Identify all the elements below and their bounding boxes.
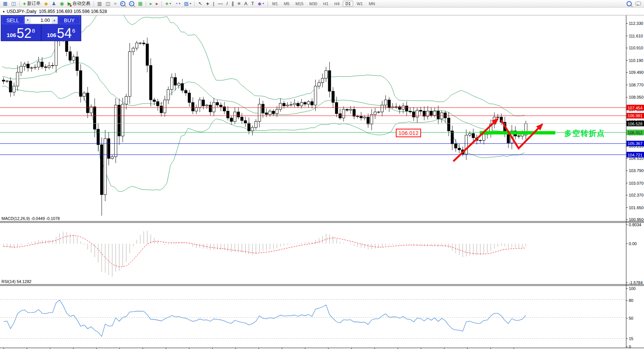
rsi-label: RSI(14) 54.1282 — [1, 279, 32, 284]
candle-body — [370, 115, 373, 124]
rsi-axis-tick: 15 — [629, 336, 633, 341]
macd-axis-tick: 0.8034 — [629, 223, 641, 227]
candle-body — [444, 113, 447, 118]
timeframe-h1[interactable]: H1 — [321, 1, 331, 7]
toolbar-separator — [146, 1, 146, 6]
buy-price-prefix: 106 — [47, 32, 56, 38]
y-axis-tick: 101.650 — [629, 205, 644, 210]
candle-body — [265, 113, 268, 115]
timeframe-m15[interactable]: M15 — [293, 1, 306, 7]
candle-body — [398, 107, 401, 109]
indicators-button[interactable]: +▾ — [164, 0, 172, 7]
candle-body — [451, 131, 454, 144]
price-annotation-box[interactable]: 106.012 — [396, 129, 421, 137]
buy-price-main: 54 — [57, 27, 72, 40]
candle-body — [55, 40, 58, 65]
candle-body — [220, 105, 222, 107]
text-icon[interactable]: A — [243, 0, 249, 7]
candle-body — [97, 129, 99, 145]
collapse-icon[interactable]: ▲ — [2, 10, 5, 13]
candle-body — [157, 102, 159, 106]
chart-shift-icon[interactable]: ▸ — [154, 0, 160, 7]
buy-button[interactable]: BUY — [59, 16, 80, 24]
templates-button[interactable]: ▨▾ — [183, 0, 193, 7]
volume-increase-button[interactable]: ▲ — [52, 17, 58, 24]
candle-body — [139, 43, 142, 43]
sell-price[interactable]: 106 52 8 — [1, 25, 42, 41]
candle-body — [213, 102, 215, 112]
trendline-icon[interactable]: / — [225, 0, 229, 7]
timeframe-m30[interactable]: M30 — [307, 1, 320, 7]
cursor-icon[interactable]: ↖ — [197, 0, 204, 7]
candle-body — [241, 117, 243, 121]
timeframe-w1[interactable]: W1 — [354, 1, 365, 7]
crosshair-icon[interactable]: + — [204, 0, 211, 7]
sell-button[interactable]: SELL — [2, 16, 24, 24]
candle-body — [178, 83, 180, 85]
candle-body — [363, 117, 366, 118]
candle-body — [349, 109, 352, 110]
text-label-icon[interactable]: T — [250, 0, 256, 7]
candle-body — [20, 66, 22, 72]
channel-icon[interactable]: ∥ — [230, 0, 236, 7]
trend-arrow[interactable] — [453, 119, 498, 161]
candle-body — [2, 80, 5, 81]
y-axis-tick: 111.610 — [629, 34, 643, 38]
candle-body — [342, 109, 345, 118]
timeframe-h4[interactable]: H4 — [332, 1, 342, 7]
timeframe-m5[interactable]: M5 — [281, 1, 292, 7]
toolbar-separator — [19, 1, 20, 6]
candle-body — [430, 111, 433, 116]
new-order-button[interactable]: +新订单 — [22, 0, 42, 7]
candle-body — [293, 103, 296, 105]
timeframe-mn[interactable]: MN — [366, 1, 378, 7]
arrows-tool-button[interactable]: ◆▾ — [256, 0, 266, 7]
vertical-line-icon[interactable]: | — [211, 0, 216, 7]
auto-scroll-icon[interactable]: ▸ — [148, 0, 154, 7]
tile-windows-icon[interactable]: ▦ — [137, 0, 144, 7]
candle-body — [167, 89, 170, 100]
timeframe-d1[interactable]: D1 — [343, 1, 353, 7]
candle-body — [72, 57, 75, 60]
buy-price[interactable]: 106 54 6 — [42, 25, 81, 41]
candle-body — [254, 121, 257, 127]
data-window-icon[interactable]: ◫ — [10, 0, 17, 7]
candle-body — [483, 134, 485, 140]
volume-decrease-button[interactable]: ▼ — [25, 17, 31, 24]
fibonacci-icon[interactable]: ≡ — [236, 0, 242, 7]
signals-icon[interactable]: ◉ — [58, 0, 65, 7]
one-click-trading-panel[interactable]: SELL ▼ 1.00 ▲ BUY 106 52 8 106 54 6 — [1, 15, 81, 41]
support-zone-bar[interactable] — [480, 131, 555, 135]
zoom-out-icon[interactable]: − — [128, 0, 136, 7]
zoom-in-icon[interactable]: + — [119, 0, 127, 7]
candle-body — [360, 116, 362, 118]
market-watch-icon[interactable]: ▦ — [1, 0, 9, 7]
line-chart-icon[interactable]: ≈ — [112, 0, 118, 7]
candle-body — [416, 110, 418, 117]
bar-chart-icon[interactable]: ▥ — [96, 0, 103, 7]
chat-icon[interactable] — [634, 0, 643, 7]
timeframe-m1[interactable]: M1 — [270, 1, 280, 7]
autotrading-button[interactable]: ▶自动交易 — [66, 0, 92, 7]
chart-window[interactable]: ▲USDJPY-,Daily 105.855 106.693 105.596 1… — [0, 7, 644, 349]
toolbar: ▦◫+新订单◆♟◉▶自动交易▥◫≈+−▦▸▸+▾◔▾▨▾↖+|—/∥≡AT◆▾ … — [0, 0, 644, 7]
expert-advisors-icon[interactable]: ◆ — [43, 0, 49, 7]
candle-body — [83, 93, 85, 96]
periods-button[interactable]: ◔▾ — [173, 0, 182, 7]
candlestick-chart-icon[interactable]: ◫ — [104, 0, 112, 7]
y-axis-tick: 100.950 — [629, 217, 644, 222]
candle-body — [209, 105, 212, 112]
candle-body — [227, 111, 229, 118]
candle-body — [76, 57, 78, 70]
price-chart-canvas[interactable] — [0, 7, 644, 349]
price-badge-106.981: 106.981 — [627, 113, 644, 118]
macd-axis-tick: -1.5784 — [629, 280, 643, 285]
horizontal-line-icon[interactable]: — — [216, 0, 224, 7]
turning-point-annotation[interactable]: 多空转折点 — [564, 128, 605, 138]
volume-value[interactable]: 1.00 — [31, 17, 52, 24]
profile-icon[interactable]: ♟ — [50, 0, 58, 7]
volume-stepper[interactable]: ▼ 1.00 ▲ — [24, 16, 58, 24]
candle-body — [283, 103, 285, 106]
candle-body — [135, 43, 138, 48]
search-icon[interactable] — [625, 0, 633, 7]
